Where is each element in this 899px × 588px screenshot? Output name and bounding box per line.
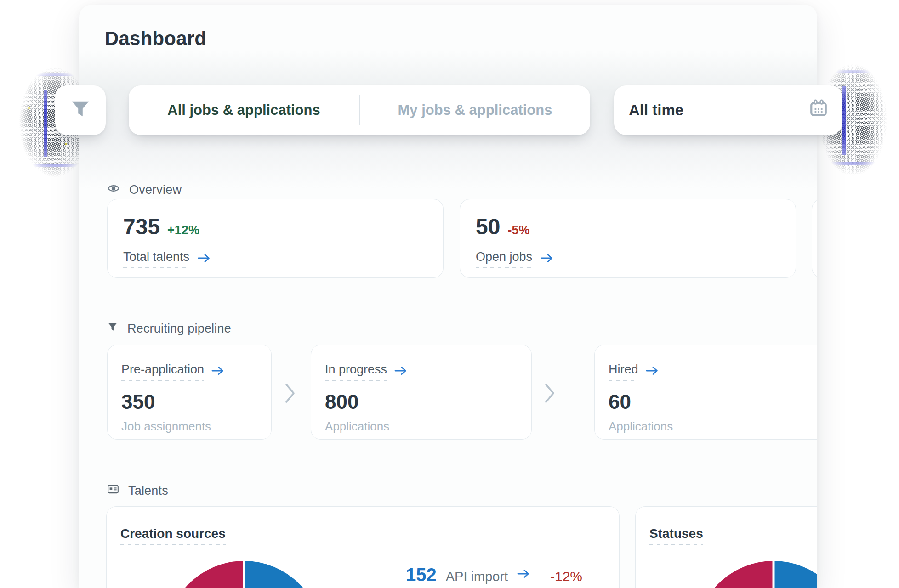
api-import-label: API import (446, 570, 508, 583)
pie-divider (773, 561, 775, 588)
total-talents-value: 735 (123, 216, 160, 238)
in-progress-link[interactable]: In progress (325, 362, 518, 381)
pipeline-card-pre-application: Pre-application 350 Job assignments (107, 345, 272, 440)
arrow-right-icon (541, 253, 553, 265)
filter-button[interactable] (55, 85, 106, 135)
glitch-streak (842, 86, 846, 155)
chevron-right-icon (544, 382, 555, 406)
talents-section-label: Talents (128, 484, 168, 498)
tab-my-jobs-applications[interactable]: My jobs & applications (360, 85, 590, 135)
eye-icon (107, 182, 120, 198)
glitch-speck (28, 107, 30, 109)
pipeline-card-hired: Hired 60 Applications (594, 345, 817, 440)
jobs-scope-tabs: All jobs & applications My jobs & applic… (129, 85, 590, 135)
glitch-streak (816, 70, 882, 73)
creation-sources-title[interactable]: Creation sources (120, 527, 226, 545)
glitch-streak (820, 162, 881, 165)
pre-application-sublabel: Job assignments (121, 420, 257, 432)
calendar-icon (809, 99, 828, 122)
pipeline-card-in-progress: In progress 800 Applications (311, 345, 532, 440)
overview-section-header: Overview (107, 182, 182, 198)
creation-sources-card: Creation sources 152 API import -12% (106, 506, 620, 588)
overview-section-label: Overview (129, 183, 182, 197)
total-talents-link[interactable]: Total talents (123, 250, 427, 268)
creation-sources-pie-chart[interactable] (166, 561, 322, 588)
in-progress-value: 800 (325, 392, 518, 412)
overview-card-partial (812, 199, 817, 278)
hired-value: 60 (609, 392, 817, 412)
overview-card-total-talents: 735 +12% Total talents (107, 199, 444, 278)
overview-card-open-jobs: 50 -5% Open jobs (460, 199, 796, 278)
chevron-right-icon (284, 382, 296, 406)
pie-divider (243, 561, 245, 588)
arrow-right-icon (198, 253, 211, 265)
statuses-pie-chart[interactable] (695, 561, 817, 588)
in-progress-label[interactable]: In progress (325, 362, 387, 381)
open-jobs-label[interactable]: Open jobs (476, 250, 532, 268)
open-jobs-value: 50 (476, 216, 500, 238)
pre-application-value: 350 (121, 392, 257, 412)
funnel-icon (70, 99, 91, 122)
pipeline-section-label: Recruiting pipeline (127, 322, 231, 336)
arrow-right-icon (646, 366, 659, 378)
arrow-right-icon[interactable] (517, 569, 530, 581)
hired-link[interactable]: Hired (609, 362, 817, 381)
funnel-icon (107, 322, 118, 336)
pre-application-label[interactable]: Pre-application (121, 362, 204, 381)
date-range-value: All time (629, 102, 683, 119)
pre-application-link[interactable]: Pre-application (121, 362, 257, 381)
id-card-icon (107, 483, 119, 498)
arrow-right-icon (211, 366, 224, 378)
total-talents-label[interactable]: Total talents (123, 250, 189, 268)
glitch-speck (65, 143, 67, 145)
glitch-streak (20, 164, 85, 167)
api-import-delta: -12% (550, 570, 582, 583)
open-jobs-link[interactable]: Open jobs (476, 250, 780, 268)
creation-sources-stat-row: 152 API import -12% (406, 565, 582, 584)
page-title: Dashboard (105, 28, 206, 50)
tab-all-jobs-applications[interactable]: All jobs & applications (129, 85, 359, 135)
date-range-selector[interactable]: All time (614, 85, 842, 135)
hired-sublabel: Applications (609, 420, 817, 432)
talents-section-header: Talents (107, 483, 168, 498)
open-jobs-delta: -5% (507, 224, 529, 237)
statuses-title[interactable]: Statuses (649, 527, 703, 545)
total-talents-delta: +12% (167, 224, 199, 237)
arrow-right-icon (394, 366, 407, 378)
glitch-streak (44, 90, 47, 157)
hired-label[interactable]: Hired (609, 362, 638, 381)
dashboard-screenshot: Dashboard Overview 735 +12% Total talent… (0, 0, 899, 588)
api-import-value: 152 (406, 565, 437, 584)
statuses-card: Statuses (635, 506, 817, 588)
glitch-streak (16, 73, 86, 76)
pipeline-section-header: Recruiting pipeline (107, 322, 231, 336)
in-progress-sublabel: Applications (325, 420, 518, 432)
